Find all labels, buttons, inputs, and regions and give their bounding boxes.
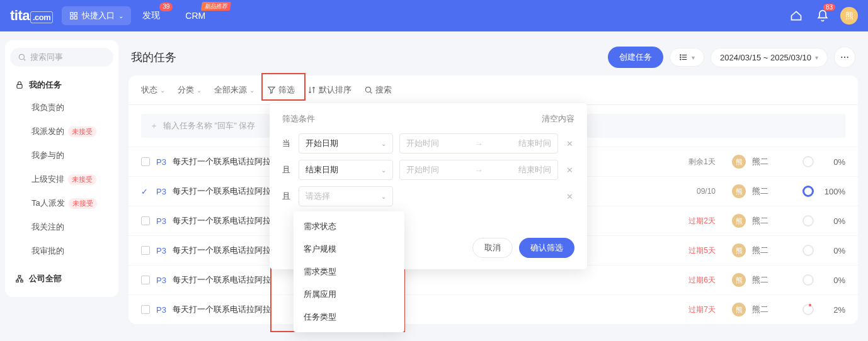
sidebar-section-my-tasks[interactable]: 我的任务 (10, 74, 113, 96)
dropdown-option[interactable]: 需求类型 (294, 260, 404, 283)
task-checkbox-checked[interactable]: ✓ (141, 187, 150, 196)
assignee-avatar: 熊 (732, 214, 746, 228)
sidebar-item[interactable]: 我参与的 (10, 143, 113, 167)
more-button[interactable] (834, 47, 855, 68)
dropdown-option[interactable]: 客户规模 (294, 238, 404, 260)
assignee-avatar: 熊 (732, 303, 746, 316)
date-range-picker[interactable]: 2024/03/15 ~ 2025/03/10 ▾ (711, 48, 828, 67)
notification-badge: 83 (823, 4, 835, 11)
assignee-avatar: 熊 (732, 243, 746, 257)
task-percent: 100% (820, 187, 845, 196)
task-row[interactable]: P3每天打一个联系电话拉阿拉2h过期7天熊熊二2% (128, 294, 858, 324)
svg-rect-1 (75, 13, 77, 15)
sidebar-item[interactable]: 我审批的 (10, 239, 113, 263)
sidebar-item[interactable]: Ta人派发未接受 (10, 191, 113, 215)
chevron-down-icon: ⌄ (249, 87, 254, 94)
condition-row-1: 当 开始日期 ⌄ 开始时间 → 结束时间 ✕ (282, 133, 574, 154)
cancel-button[interactable]: 取消 (472, 238, 513, 258)
toolbar-sort[interactable]: 默认排序 (307, 84, 351, 96)
search-icon (18, 53, 26, 62)
svg-rect-3 (75, 16, 77, 19)
chevron-down-icon: ⌄ (381, 167, 386, 174)
task-checkbox[interactable] (141, 246, 150, 255)
assignee-name: 熊二 (752, 215, 777, 226)
dropdown-option[interactable]: 所属应用 (294, 283, 404, 306)
sidebar-item-label: 我关注的 (31, 221, 64, 233)
chevron-down-icon: ⌄ (381, 140, 386, 147)
progress-ring (802, 274, 814, 286)
svg-marker-19 (268, 87, 275, 93)
svg-rect-7 (18, 276, 21, 277)
search-colleagues-input[interactable]: 搜索同事 (10, 48, 113, 67)
progress-ring (802, 156, 814, 167)
bell-icon (816, 9, 829, 22)
clear-filters-button[interactable]: 清空内容 (542, 113, 574, 125)
arrow-right-icon: → (439, 165, 518, 175)
crm-ribbon: 新品推荐 (201, 2, 231, 11)
sidebar-item-label: 我负责的 (31, 102, 64, 113)
sidebar-item[interactable]: 我关注的 (10, 215, 113, 239)
svg-rect-8 (16, 280, 19, 282)
svg-line-21 (370, 92, 372, 94)
view-toggle[interactable]: ▾ (670, 48, 704, 67)
quick-entry-label: 快捷入口 (82, 10, 115, 21)
task-checkbox[interactable] (141, 216, 150, 225)
condition-row-3: 且 请选择 ⌄ ✕ (282, 186, 574, 206)
discover-badge: 39 (159, 3, 173, 11)
sidebar-section-company[interactable]: 公司全部 (10, 268, 113, 289)
assignee-name: 熊二 (752, 274, 777, 286)
sidebar-item-badge: 未接受 (68, 126, 96, 137)
task-percent: 0% (820, 157, 845, 167)
task-checkbox[interactable] (141, 157, 150, 166)
assignee-name: 熊二 (752, 245, 777, 256)
nav-discover[interactable]: 发现 39 (140, 8, 163, 24)
task-priority: P3 (156, 305, 166, 315)
sidebar-item[interactable]: 我负责的 (10, 96, 113, 120)
quick-add-placeholder: 输入任务名称 "回车" 保存 (163, 120, 255, 131)
condition-field-select[interactable]: 结束日期 ⌄ (299, 160, 393, 180)
task-percent: 0% (820, 216, 845, 226)
assignee-avatar: 熊 (732, 273, 746, 287)
svg-point-16 (841, 57, 842, 58)
sidebar-item[interactable]: 上级安排未接受 (10, 167, 113, 191)
task-priority: P3 (156, 187, 166, 196)
list-icon (679, 53, 688, 62)
svg-point-15 (680, 59, 681, 60)
dropdown-option[interactable]: 需求状态 (294, 215, 404, 238)
confirm-filter-button[interactable]: 确认筛选 (519, 238, 574, 258)
toolbar-status[interactable]: 状态⌄ (141, 84, 165, 96)
logo[interactable]: tita .com (10, 8, 53, 24)
toolbar-category[interactable]: 分类⌄ (178, 84, 202, 96)
remove-condition-button[interactable]: ✕ (564, 192, 574, 201)
notification-button[interactable]: 83 (814, 7, 831, 25)
date-range-input[interactable]: 开始时间 → 结束时间 (399, 160, 558, 180)
page-header: 我的任务 创建任务 ▾ 2024/03/15 ~ 2025/03/10 ▾ (128, 40, 858, 75)
dropdown-option[interactable]: 任务类型 (294, 306, 404, 328)
plus-icon: ＋ (150, 120, 158, 131)
condition-field-select[interactable]: 开始日期 ⌄ (299, 133, 393, 154)
date-range-input[interactable]: 开始时间 → 结束时间 (399, 133, 558, 154)
task-row[interactable]: P3每天打一个联系电话拉阿拉过期6天熊熊二0% (128, 265, 858, 294)
task-checkbox[interactable] (141, 305, 150, 314)
chevron-down-icon: ⌄ (160, 87, 165, 94)
remove-condition-button[interactable]: ✕ (564, 165, 574, 175)
condition-field-select-open[interactable]: 请选择 ⌄ (299, 186, 393, 206)
sidebar-item-label: 我参与的 (31, 150, 64, 161)
toolbar-search[interactable]: 搜索 (364, 84, 392, 96)
sidebar-item-label: 我审批的 (31, 245, 64, 257)
quick-entry-button[interactable]: 快捷入口 ⌄ (62, 6, 131, 25)
task-checkbox[interactable] (141, 276, 150, 284)
remove-condition-button[interactable]: ✕ (564, 139, 574, 148)
user-avatar[interactable]: 熊 (840, 7, 858, 25)
nav-crm[interactable]: CRM 新品推荐 (183, 8, 208, 23)
logo-text: tita (10, 8, 30, 24)
toolbar-filter[interactable]: 筛选 (267, 84, 295, 96)
sidebar-item[interactable]: 我派发的未接受 (10, 120, 113, 143)
task-status: 过期2天 (678, 216, 716, 226)
toolbar-source[interactable]: 全部来源⌄ (214, 84, 254, 96)
assignee-avatar: 熊 (732, 184, 746, 198)
lock-icon (15, 81, 24, 89)
home-icon-button[interactable] (787, 7, 805, 25)
create-task-button[interactable]: 创建任务 (608, 47, 663, 68)
more-icon (840, 52, 850, 62)
